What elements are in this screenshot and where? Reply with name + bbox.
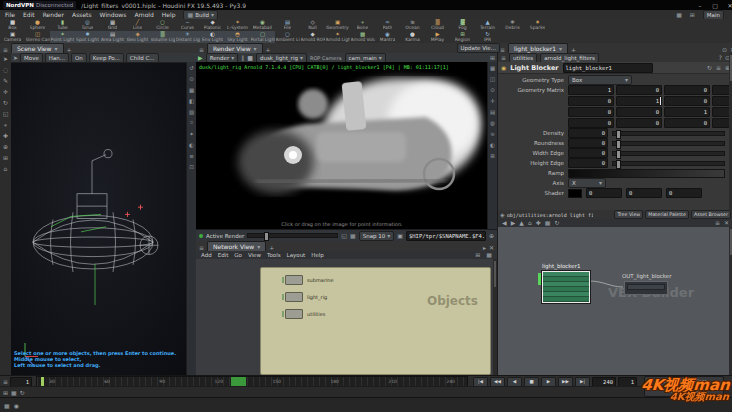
shadows-icon[interactable]: ◐: [189, 139, 194, 150]
node-body[interactable]: [285, 292, 303, 302]
playhead[interactable]: [41, 377, 44, 386]
sphere-tool[interactable]: ● Sphere: [25, 19, 50, 31]
slider-handle[interactable]: [616, 160, 621, 169]
env-light-tool[interactable]: ◐ Env Light: [200, 31, 225, 43]
metaball-tool[interactable]: ◉ Metaball: [250, 19, 275, 31]
mplay-tool[interactable]: ▶ MPlay: [425, 31, 450, 43]
refresh-icon[interactable]: ↻: [554, 220, 559, 226]
cloud-tool[interactable]: ▒ Cloud: [425, 19, 450, 31]
param-value-field[interactable]: 0: [568, 138, 608, 148]
background-grid-icon[interactable]: ⊞: [490, 150, 495, 161]
vex-pane-tab[interactable]: Tree View: [614, 210, 643, 219]
network-menu-item[interactable]: View: [248, 252, 261, 258]
step-field[interactable]: 1: [618, 377, 637, 387]
node-body[interactable]: [285, 309, 303, 319]
view-icon[interactable]: ⌂: [4, 163, 8, 174]
thumbnails-icon[interactable]: ▦: [545, 220, 551, 226]
grid-toggle-icon[interactable]: ▦: [189, 84, 194, 95]
select-icon[interactable]: ➤: [3, 53, 8, 64]
playbar-options-icon[interactable]: ≡: [3, 379, 8, 385]
stop-render-icon[interactable]: ■: [247, 55, 253, 61]
maximize-button[interactable]: ▢: [710, 1, 720, 9]
arnold-volume-tool[interactable]: ▩ Arnold Volume: [350, 31, 375, 43]
audio-icon[interactable]: ▦: [11, 390, 17, 396]
obj-node[interactable]: submarine: [285, 275, 490, 285]
close-button[interactable]: ✕: [725, 1, 732, 9]
network-menu-item[interactable]: Help: [311, 252, 324, 258]
gamma-icon[interactable]: ◍: [490, 117, 495, 128]
file-tool[interactable]: ▤ File: [275, 19, 300, 31]
geo-light-tool[interactable]: ◈ Geo Light: [125, 31, 150, 43]
render-button[interactable]: Render▾: [206, 53, 239, 63]
vex-pane-tab[interactable]: Asset Browser: [691, 210, 731, 219]
vex-pane-tab[interactable]: Material Palette: [645, 210, 689, 219]
desktop-selector[interactable]: ▦ Build ▾: [183, 10, 218, 20]
transport-button[interactable]: ▶|: [575, 377, 590, 387]
render-image-canvas[interactable]: dusk/light_rig Arnold 7.1.4.4 [CPU] CATB…: [196, 62, 488, 230]
help-icon[interactable]: ?: [719, 55, 722, 61]
debris-tool[interactable]: ✳ Debris: [500, 19, 525, 31]
camera-tool[interactable]: ▣ Camera: [0, 31, 25, 43]
platonic-tool[interactable]: ◆ Platonic: [200, 19, 225, 31]
menu-item[interactable]: Render: [43, 11, 64, 18]
pin-network-icon[interactable]: ◈: [500, 212, 505, 218]
on-toggle-chip[interactable]: On: [71, 53, 87, 63]
tab-network-view[interactable]: Network View▾: [207, 241, 266, 251]
menu-item[interactable]: File: [5, 11, 15, 18]
slider-handle[interactable]: [264, 232, 269, 241]
move-tool-chip[interactable]: Move: [20, 53, 43, 63]
transport-button[interactable]: ◀◀: [490, 377, 505, 387]
snapshot-icon[interactable]: ⊡: [189, 161, 194, 172]
obj-network-canvas[interactable]: submarine light_rig utilities Objects: [196, 259, 497, 375]
pause-render-icon[interactable]: ∥: [241, 55, 244, 61]
ramp-widget[interactable]: [568, 169, 725, 178]
transport-button[interactable]: |◀: [473, 377, 488, 387]
wireframe-icon[interactable]: ▧: [189, 106, 194, 117]
breadcrumb-light-filters[interactable]: arnold_light_filters: [540, 53, 599, 63]
node-body[interactable]: [285, 275, 303, 285]
shade-mode-icon[interactable]: ◧: [189, 95, 194, 106]
reset-icon[interactable]: ↻: [707, 65, 712, 71]
matrix-cell[interactable]: 1: [568, 85, 614, 95]
volume-light-tool[interactable]: ▒ Volume Light: [150, 31, 175, 43]
snapshot-menu[interactable]: Snap 10▾: [359, 231, 395, 241]
vex-network-canvas[interactable]: VEX Builder light_blocker1 OUT_light_blo…: [498, 227, 732, 375]
path-tool[interactable]: ≈ Path: [375, 19, 400, 31]
message-log-icon[interactable]: ▦: [4, 403, 10, 409]
matrix-cell[interactable]: 1: [616, 96, 662, 106]
matrix-cell[interactable]: 0: [616, 118, 662, 128]
terrain-tool[interactable]: ▲ Terrain: [475, 19, 500, 31]
menu-item[interactable]: Help: [162, 11, 176, 18]
tab-render-view[interactable]: Render View▾: [207, 43, 263, 53]
ipr-tool[interactable]: ↻ IPR: [475, 31, 500, 43]
matrix-cell[interactable]: 0: [568, 118, 614, 128]
geometry-tool[interactable]: ▣ Geometry: [325, 19, 350, 31]
keyframe-icon[interactable]: ⊞: [3, 390, 8, 396]
brush-select-icon[interactable]: ✎: [3, 75, 8, 86]
null-tool[interactable]: ◇ Null: [300, 19, 325, 31]
more-options-icon[interactable]: ⊞: [490, 55, 495, 61]
arnold-rop-tool[interactable]: ◆ Arnold ROP: [300, 31, 325, 43]
box-tool[interactable]: ■ Box: [0, 19, 25, 31]
home-icon[interactable]: ⌂: [528, 220, 532, 226]
slider-handle[interactable]: [616, 130, 621, 139]
param-value-field[interactable]: 0: [568, 128, 608, 138]
network-menu-item[interactable]: Edit: [218, 252, 229, 258]
matrix-cell[interactable]: 1: [664, 107, 710, 117]
lsystem-tool[interactable]: ✶ L-System: [225, 19, 250, 31]
bone-tool[interactable]: ⌖ Bone: [350, 19, 375, 31]
transport-button[interactable]: ▶▶: [558, 377, 573, 387]
obj-node[interactable]: utilities: [285, 309, 490, 319]
param-slider[interactable]: [612, 131, 725, 136]
minimize-button[interactable]: –: [695, 1, 705, 9]
area-light-tool[interactable]: ▤ Area Light: [100, 31, 125, 43]
layout-icon[interactable]: ▦: [676, 12, 682, 18]
crosshair-icon[interactable]: ✛: [490, 95, 495, 106]
camera-selector[interactable]: cam_main▾: [345, 53, 386, 63]
param-slider[interactable]: [612, 151, 725, 156]
node-list-icon[interactable]: ≡: [501, 55, 506, 61]
points-icon[interactable]: ⌗: [190, 117, 193, 128]
pivot-icon[interactable]: ⊕: [3, 141, 8, 152]
tab-scene-view[interactable]: Scene View▾: [11, 43, 63, 53]
param-value-field[interactable]: 0: [568, 148, 608, 158]
